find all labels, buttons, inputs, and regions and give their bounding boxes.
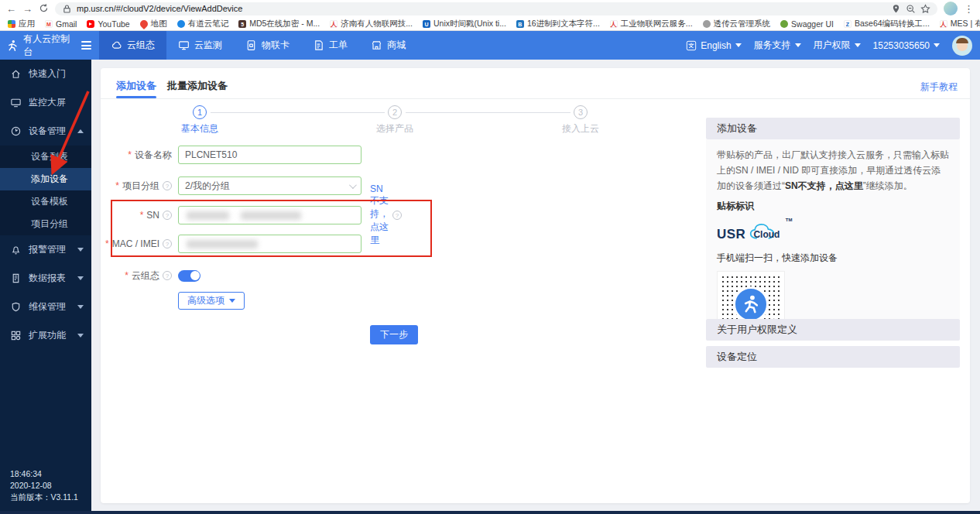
browser-chrome: ← → mp.usr.cn/#/cloudV2/device/ViewAddDe… [0, 0, 980, 31]
sn-row: *SN? SN不支持，点这里? [101, 206, 362, 224]
hamburger-icon[interactable] [81, 39, 91, 52]
bookmark-mes[interactable]: MES | 有人物联网 [940, 19, 980, 29]
support-menu[interactable]: 服务支持 [754, 39, 801, 52]
bookmark-apps[interactable]: 应用 [8, 19, 35, 29]
device-name-input[interactable]: PLCNET510 [178, 146, 362, 164]
account-menu[interactable]: 15253035650 [873, 40, 940, 51]
sidebar-item-maintenance[interactable]: 维保管理 [0, 293, 91, 321]
nav-mall[interactable]: 商城 [359, 31, 417, 60]
sidebar-item-device-list[interactable]: 设备列表 [0, 146, 91, 168]
help-panel-location-header[interactable]: 设备定位 [706, 346, 960, 368]
bookmark-swagger[interactable]: Swagger UI [780, 19, 834, 29]
current-time: 18:46:34 [10, 468, 78, 480]
main-nav: 云组态 云监测 物联卡 工单 商城 [99, 31, 417, 60]
chevron-down-icon [229, 299, 235, 303]
chevron-down-icon [349, 181, 357, 189]
bookmark-base64[interactable]: Base64编码转换工... [844, 19, 930, 29]
browser-profile-avatar[interactable] [944, 2, 958, 15]
help-question-icon[interactable]: ? [163, 271, 172, 280]
sidebar-item-device-management[interactable]: 设备管理 [0, 117, 91, 146]
chevron-down-icon [855, 43, 861, 47]
mac-imei-input[interactable] [178, 235, 362, 253]
nav-iot-card[interactable]: 物联卡 [234, 31, 301, 60]
app-version: 当前版本：V3.11.1 [10, 492, 78, 503]
zoom-out-icon[interactable] [906, 4, 916, 14]
redacted-value [187, 240, 258, 248]
step-3-circle: 3 [574, 105, 588, 119]
usr-run-icon [330, 20, 338, 28]
project-group-label: 项目分组 [122, 180, 159, 193]
sidebar-item-data-report[interactable]: 数据报表 [0, 264, 91, 293]
bookmark-youtube[interactable]: YouTube [87, 19, 129, 29]
bookmark-hex[interactable]: 16进制到文本字符... [516, 19, 600, 29]
project-group-select[interactable]: 2/我的分组 [178, 176, 362, 195]
help-panel-add-device-header[interactable]: 添加设备 [706, 118, 960, 139]
address-bar[interactable]: mp.usr.cn/#/cloudV2/device/ViewAddDevice [55, 2, 937, 15]
chevron-down-icon [735, 43, 742, 47]
bookmark-usr-tech[interactable]: 济南有人物联网技... [330, 19, 413, 29]
mall-icon [371, 39, 382, 51]
tab-add-device[interactable]: 添加设备 [116, 79, 156, 93]
nav-cloud-monitor[interactable]: 云监测 [166, 31, 234, 60]
topbar-right: English 服务支持 用户权限 15253035650 [686, 36, 980, 56]
sidebar-item-monitor-screen[interactable]: 监控大屏 [0, 88, 91, 117]
bookmark-md5[interactable]: MD5在线加密 - M... [238, 19, 320, 29]
sn-not-supported-link[interactable]: SN不支持，点这里? [370, 183, 402, 247]
sidebar-item-extensions[interactable]: 扩展功能 [0, 321, 91, 350]
current-date: 2020-12-08 [10, 480, 78, 492]
device-name-label: 设备名称 [135, 149, 172, 162]
sidebar-item-quick-start[interactable]: 快速入门 [0, 60, 91, 88]
tab-divider [101, 98, 970, 99]
cloud-scada-toggle[interactable] [178, 270, 200, 282]
tutorial-link[interactable]: 新手教程 [920, 81, 958, 94]
chevron-down-icon [934, 43, 940, 47]
help-panel-add-device-body: 带贴标的产品，出厂默认支持接入云服务，只需输入标贴上的SN / IMEI / N… [706, 139, 960, 319]
refresh-icon[interactable] [39, 3, 49, 15]
work-order-icon [313, 39, 324, 51]
gmail-icon [45, 20, 53, 28]
forward-icon[interactable]: → [22, 4, 33, 14]
next-step-button[interactable]: 下一步 [370, 325, 418, 344]
help-panel-permission-header[interactable]: 关于用户权限定义 [706, 319, 960, 341]
step-connector [406, 112, 571, 113]
help-question-icon[interactable]: ? [163, 181, 172, 190]
step-connector [211, 112, 385, 113]
nav-work-order[interactable]: 工单 [301, 31, 359, 60]
extensions-grid-icon [10, 330, 22, 341]
apps-grid-icon [8, 20, 15, 28]
sidebar-item-alarm-management[interactable]: 报警管理 [0, 235, 91, 264]
bookmark-passthrough[interactable]: 透传云管理系统 [703, 19, 771, 29]
bookmark-gmail[interactable]: Gmail [45, 19, 77, 29]
bookmark-maps[interactable]: 地图 [140, 19, 167, 29]
help-question-icon[interactable]: ? [163, 239, 172, 248]
brand: 有人云控制台 [0, 33, 91, 59]
nav-cloud-scada[interactable]: 云组态 [99, 31, 166, 60]
usr-logo-icon [6, 39, 19, 53]
usr-run-icon [741, 294, 761, 314]
advanced-options-button[interactable]: 高级选项 [178, 292, 245, 310]
help-paragraph: 带贴标的产品，出厂默认支持接入云服务，只需输入标贴上的SN / IMEI / N… [717, 147, 949, 194]
sidebar-item-add-device[interactable]: 添加设备 [0, 168, 91, 190]
tab-batch-add-device[interactable]: 批量添加设备 [167, 79, 228, 93]
sidebar: 快速入门 监控大屏 设备管理 设备列表 添加设备 设备模板 项目分组 报警管理 … [0, 60, 91, 511]
back-icon[interactable]: ← [6, 4, 16, 14]
md5-icon [238, 20, 246, 28]
sidebar-item-device-template[interactable]: 设备模板 [0, 190, 91, 213]
help-question-icon[interactable]: ? [163, 211, 172, 220]
sn-label: SN [146, 210, 159, 221]
usr-run-icon [940, 20, 947, 28]
sn-input[interactable] [178, 206, 362, 224]
chevron-up-icon [77, 129, 84, 133]
bookmark-star-icon[interactable] [920, 4, 930, 14]
chevron-down-icon [77, 305, 84, 309]
permission-menu[interactable]: 用户权限 [814, 39, 861, 52]
bookmark-unix[interactable]: Unix时间戳(Unix ti... [423, 19, 506, 29]
bookmark-iiot[interactable]: 工业物联网云服务... [610, 19, 693, 29]
sidebar-item-project-group[interactable]: 项目分组 [0, 213, 91, 235]
user-avatar[interactable] [952, 36, 972, 56]
browser-menu-icon[interactable]: ⋮ [964, 4, 974, 14]
bookmark-youdao[interactable]: 有道云笔记 [177, 19, 229, 29]
location-pin-icon[interactable] [891, 4, 901, 14]
step-1-label: 基本信息 [176, 122, 223, 135]
language-menu[interactable]: English [686, 40, 741, 51]
